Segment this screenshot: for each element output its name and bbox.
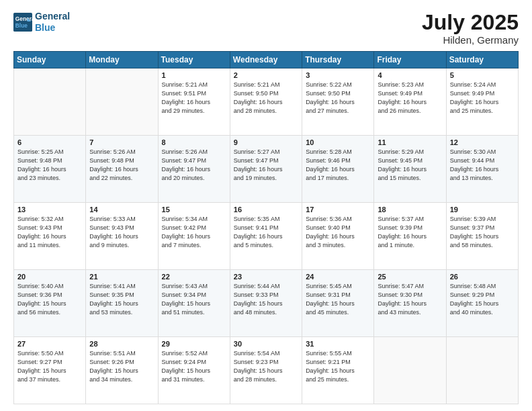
cell-content: Sunrise: 5:25 AM Sunset: 9:48 PM Dayligh… [17,148,82,183]
cell-content: Sunrise: 5:44 AM Sunset: 9:33 PM Dayligh… [234,282,298,317]
calendar-header-row: SundayMondayTuesdayWednesdayThursdayFrid… [14,52,519,68]
cell-content: Sunrise: 5:29 AM Sunset: 9:45 PM Dayligh… [378,148,442,183]
day-header-wednesday: Wednesday [230,52,302,68]
day-number: 11 [378,138,442,146]
cell-content: Sunrise: 5:50 AM Sunset: 9:27 PM Dayligh… [17,349,82,384]
cell-content: Sunrise: 5:48 AM Sunset: 9:29 PM Dayligh… [450,282,515,317]
calendar-week-1: 1Sunrise: 5:21 AM Sunset: 9:51 PM Daylig… [14,68,519,136]
calendar-cell: 30Sunrise: 5:54 AM Sunset: 9:23 PM Dayli… [230,337,302,404]
calendar-cell: 13Sunrise: 5:32 AM Sunset: 9:43 PM Dayli… [14,203,86,270]
cell-content: Sunrise: 5:43 AM Sunset: 9:34 PM Dayligh… [162,282,226,317]
calendar-cell [446,337,518,404]
day-number: 13 [17,205,82,214]
cell-content: Sunrise: 5:24 AM Sunset: 9:49 PM Dayligh… [450,81,515,116]
calendar-cell: 1Sunrise: 5:21 AM Sunset: 9:51 PM Daylig… [158,68,230,136]
calendar-cell: 31Sunrise: 5:55 AM Sunset: 9:21 PM Dayli… [302,337,374,404]
calendar-week-2: 6Sunrise: 5:25 AM Sunset: 9:48 PM Daylig… [14,136,519,203]
calendar-cell: 26Sunrise: 5:48 AM Sunset: 9:29 PM Dayli… [446,270,518,337]
calendar-cell: 16Sunrise: 5:35 AM Sunset: 9:41 PM Dayli… [230,203,302,270]
location: Hilden, Germany [422,34,519,46]
cell-content: Sunrise: 5:41 AM Sunset: 9:35 PM Dayligh… [89,282,154,317]
day-number: 14 [89,205,154,214]
day-number: 16 [234,205,298,214]
calendar-cell: 21Sunrise: 5:41 AM Sunset: 9:35 PM Dayli… [86,270,158,337]
day-header-saturday: Saturday [446,52,518,68]
calendar-cell: 25Sunrise: 5:47 AM Sunset: 9:30 PM Dayli… [374,270,446,337]
calendar-cell: 29Sunrise: 5:52 AM Sunset: 9:24 PM Dayli… [158,337,230,404]
cell-content: Sunrise: 5:51 AM Sunset: 9:26 PM Dayligh… [89,349,154,384]
day-number: 20 [17,273,82,281]
cell-content: Sunrise: 5:26 AM Sunset: 9:48 PM Dayligh… [89,148,154,183]
calendar-week-5: 27Sunrise: 5:50 AM Sunset: 9:27 PM Dayli… [14,337,519,404]
cell-content: Sunrise: 5:34 AM Sunset: 9:42 PM Dayligh… [162,215,226,250]
day-number: 2 [234,71,298,79]
day-number: 28 [89,340,154,348]
logo-text: General Blue [35,11,70,34]
calendar-cell: 8Sunrise: 5:26 AM Sunset: 9:47 PM Daylig… [158,136,230,203]
day-number: 15 [162,205,226,214]
day-number: 9 [234,138,298,146]
calendar-cell: 28Sunrise: 5:51 AM Sunset: 9:26 PM Dayli… [86,337,158,404]
cell-content: Sunrise: 5:23 AM Sunset: 9:49 PM Dayligh… [378,81,442,116]
calendar-cell: 10Sunrise: 5:28 AM Sunset: 9:46 PM Dayli… [302,136,374,203]
calendar-cell: 14Sunrise: 5:33 AM Sunset: 9:43 PM Dayli… [86,203,158,270]
cell-content: Sunrise: 5:32 AM Sunset: 9:43 PM Dayligh… [17,215,82,250]
cell-content: Sunrise: 5:55 AM Sunset: 9:21 PM Dayligh… [306,349,370,384]
day-number: 19 [450,205,515,214]
cell-content: Sunrise: 5:37 AM Sunset: 9:39 PM Dayligh… [378,215,442,250]
calendar-cell: 22Sunrise: 5:43 AM Sunset: 9:34 PM Dayli… [158,270,230,337]
calendar-week-4: 20Sunrise: 5:40 AM Sunset: 9:36 PM Dayli… [14,270,519,337]
calendar-week-3: 13Sunrise: 5:32 AM Sunset: 9:43 PM Dayli… [14,203,519,270]
calendar-cell: 15Sunrise: 5:34 AM Sunset: 9:42 PM Dayli… [158,203,230,270]
cell-content: Sunrise: 5:40 AM Sunset: 9:36 PM Dayligh… [17,282,82,317]
cell-content: Sunrise: 5:45 AM Sunset: 9:31 PM Dayligh… [306,282,370,317]
day-number: 6 [17,138,82,146]
month-year: July 2025 [422,11,519,34]
logo-icon: General Blue [13,13,32,32]
calendar-cell: 9Sunrise: 5:27 AM Sunset: 9:47 PM Daylig… [230,136,302,203]
day-number: 30 [234,340,298,348]
cell-content: Sunrise: 5:22 AM Sunset: 9:50 PM Dayligh… [306,81,370,116]
day-number: 4 [378,71,442,79]
calendar-cell: 5Sunrise: 5:24 AM Sunset: 9:49 PM Daylig… [446,68,518,136]
calendar-cell: 4Sunrise: 5:23 AM Sunset: 9:49 PM Daylig… [374,68,446,136]
calendar-cell: 6Sunrise: 5:25 AM Sunset: 9:48 PM Daylig… [14,136,86,203]
day-number: 31 [306,340,370,348]
day-number: 25 [378,273,442,281]
day-number: 24 [306,273,370,281]
calendar-cell: 20Sunrise: 5:40 AM Sunset: 9:36 PM Dayli… [14,270,86,337]
day-number: 22 [162,273,226,281]
day-number: 12 [450,138,515,146]
cell-content: Sunrise: 5:21 AM Sunset: 9:51 PM Dayligh… [162,81,226,116]
day-number: 26 [450,273,515,281]
day-number: 5 [450,71,515,79]
calendar-cell: 7Sunrise: 5:26 AM Sunset: 9:48 PM Daylig… [86,136,158,203]
calendar-cell [374,337,446,404]
day-number: 23 [234,273,298,281]
calendar-table: SundayMondayTuesdayWednesdayThursdayFrid… [13,51,519,404]
cell-content: Sunrise: 5:36 AM Sunset: 9:40 PM Dayligh… [306,215,370,250]
calendar-cell: 19Sunrise: 5:39 AM Sunset: 9:37 PM Dayli… [446,203,518,270]
day-number: 7 [89,138,154,146]
cell-content: Sunrise: 5:30 AM Sunset: 9:44 PM Dayligh… [450,148,515,183]
calendar-cell [14,68,86,136]
calendar-cell: 12Sunrise: 5:30 AM Sunset: 9:44 PM Dayli… [446,136,518,203]
day-number: 21 [89,273,154,281]
calendar-cell: 18Sunrise: 5:37 AM Sunset: 9:39 PM Dayli… [374,203,446,270]
cell-content: Sunrise: 5:35 AM Sunset: 9:41 PM Dayligh… [234,215,298,250]
day-number: 29 [162,340,226,348]
day-header-tuesday: Tuesday [158,52,230,68]
calendar-cell: 11Sunrise: 5:29 AM Sunset: 9:45 PM Dayli… [374,136,446,203]
calendar-cell: 24Sunrise: 5:45 AM Sunset: 9:31 PM Dayli… [302,270,374,337]
cell-content: Sunrise: 5:33 AM Sunset: 9:43 PM Dayligh… [89,215,154,250]
calendar-cell: 27Sunrise: 5:50 AM Sunset: 9:27 PM Dayli… [14,337,86,404]
calendar-cell [86,68,158,136]
cell-content: Sunrise: 5:47 AM Sunset: 9:30 PM Dayligh… [378,282,442,317]
day-header-friday: Friday [374,52,446,68]
day-number: 3 [306,71,370,79]
day-header-monday: Monday [86,52,158,68]
day-header-sunday: Sunday [14,52,86,68]
calendar-cell: 17Sunrise: 5:36 AM Sunset: 9:40 PM Dayli… [302,203,374,270]
day-number: 17 [306,205,370,214]
header: General Blue General Blue July 2025 Hild… [13,11,519,46]
